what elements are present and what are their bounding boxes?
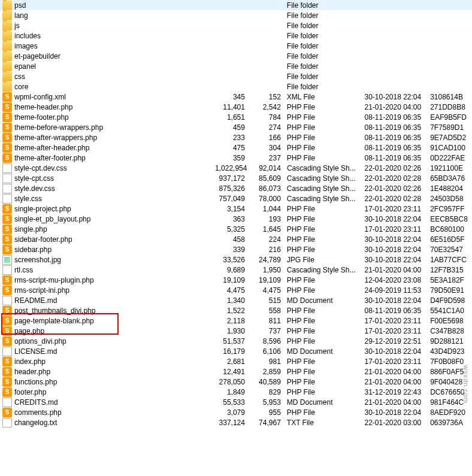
md-icon xyxy=(2,296,12,305)
file-modified: 30-10-2018 22:04 xyxy=(364,408,430,417)
file-type: PHP File xyxy=(287,357,365,366)
file-row[interactable]: Sfooter.php1,849829PHP File31-12-2019 22… xyxy=(0,387,472,397)
file-size: 875,326 xyxy=(215,184,251,193)
file-size: 55,533 xyxy=(215,398,251,407)
file-packed: 5,953 xyxy=(251,398,287,407)
file-row[interactable]: changelog.txt337,12474,967TXT File22-01-… xyxy=(0,417,472,428)
file-row[interactable]: style-cpt.css937,17285,609Cascading Styl… xyxy=(0,173,472,183)
file-row[interactable]: Sindex.php2,681981PHP File17-01-2020 23:… xyxy=(0,356,472,366)
file-row[interactable]: langFile folder xyxy=(0,10,472,20)
file-crc: 79D50E91 xyxy=(430,286,472,295)
file-size: 16,179 xyxy=(215,347,251,356)
file-crc: 6E516D5F xyxy=(430,235,472,244)
file-row[interactable]: epanelFile folder xyxy=(0,61,472,71)
file-row[interactable]: Stheme-footer.php1,651784PHP File08-11-2… xyxy=(0,112,472,122)
file-crc: EECB5BC8 xyxy=(430,215,472,223)
file-name: lang xyxy=(14,11,215,20)
folder-icon xyxy=(2,51,12,61)
md-icon xyxy=(2,398,12,407)
file-packed: 6,106 xyxy=(251,347,287,356)
file-row[interactable]: Sheader.php12,4912,859PHP File21-01-2020… xyxy=(0,366,472,377)
file-name: epanel xyxy=(14,62,215,71)
file-name: rtl.css xyxy=(14,266,215,274)
file-row[interactable]: cssFile folder xyxy=(0,71,472,81)
file-row[interactable]: screenshot.jpg33,52624,789JPG File30-10-… xyxy=(0,254,472,265)
file-crc: 9D288121 xyxy=(430,337,472,345)
file-packed: 1,044 xyxy=(251,205,287,213)
file-row[interactable]: README.md1,340515MD Document30-10-2018 2… xyxy=(0,295,472,305)
file-type: PHP File xyxy=(287,215,365,223)
sublime-icon: S xyxy=(2,336,12,346)
file-name: single-et_pb_layout.php xyxy=(14,215,215,223)
file-type: PHP File xyxy=(287,113,365,122)
file-row[interactable]: CREDITS.md55,5335,953MD Document21-01-20… xyxy=(0,397,472,407)
file-row[interactable]: Scomments.php3,079955PHP File30-10-2018 … xyxy=(0,407,472,417)
file-crc: 7F0B08F0 xyxy=(430,357,472,366)
file-size: 359 xyxy=(215,154,251,162)
file-size: 5,325 xyxy=(215,225,251,234)
file-name: theme-after-wrappers.php xyxy=(14,134,215,142)
file-row[interactable]: style-cpt.dev.css1,022,95492,014Cascadin… xyxy=(0,163,472,173)
file-name: theme-after-footer.php xyxy=(14,154,215,162)
file-row[interactable]: rtl.css9,6891,950Cascading Style Sh...21… xyxy=(0,265,472,275)
file-row[interactable]: psdFile folder xyxy=(0,0,472,10)
file-packed: 24,789 xyxy=(251,256,287,264)
file-modified: 12-04-2020 23:08 xyxy=(364,276,430,284)
file-row[interactable]: Spost_thumbnails_divi.php1,522558PHP Fil… xyxy=(0,305,472,316)
file-row[interactable]: Ssingle-project.php3,1541,044PHP File17-… xyxy=(0,204,472,214)
file-row[interactable]: Ssingle-et_pb_layout.php363193PHP File30… xyxy=(0,214,472,224)
file-row[interactable]: Srms-script-ini.php4,4754,475PHP File24-… xyxy=(0,285,472,295)
file-row[interactable]: style.css757,04978,000Cascading Style Sh… xyxy=(0,193,472,204)
file-name: options_divi.php xyxy=(14,337,215,345)
file-size: 1,522 xyxy=(215,307,251,315)
file-row[interactable]: Stheme-after-header.php475304PHP File08-… xyxy=(0,143,472,153)
file-crc: 70E32547 xyxy=(430,245,472,254)
file-row[interactable]: style.dev.css875,32686,073Cascading Styl… xyxy=(0,183,472,193)
file-crc: F00E5698 xyxy=(430,317,472,325)
file-row[interactable]: Spage.php1,930737PHP File17-01-2020 23:1… xyxy=(0,326,472,336)
file-size: 19,109 xyxy=(215,276,251,284)
file-row[interactable]: Stheme-before-wrappers.php459274PHP File… xyxy=(0,122,472,132)
file-row[interactable]: jsFile folder xyxy=(0,20,472,31)
file-row[interactable]: Sfunctions.php278,05040,589PHP File21-01… xyxy=(0,377,472,387)
file-row[interactable]: imagesFile folder xyxy=(0,41,472,51)
file-modified: 31-12-2019 22:43 xyxy=(364,388,430,396)
file-size: 1,849 xyxy=(215,388,251,396)
file-row[interactable]: et-pagebuilderFile folder xyxy=(0,51,472,61)
file-row[interactable]: Stheme-header.php11,4012,542PHP File21-0… xyxy=(0,102,472,112)
md-icon xyxy=(2,347,12,356)
file-row[interactable]: Stheme-after-footer.php359237PHP File08-… xyxy=(0,153,472,163)
file-row[interactable]: Soptions_divi.php51,5378,596PHP File29-1… xyxy=(0,336,472,346)
file-row[interactable]: includesFile folder xyxy=(0,31,472,41)
file-crc: 9E7AD5D2 xyxy=(430,134,472,142)
sublime-icon: S xyxy=(2,143,12,153)
file-name: functions.php xyxy=(14,378,215,386)
file-name: page.php xyxy=(14,327,215,335)
file-list: psdFile folderlangFile folderjsFile fold… xyxy=(0,0,472,428)
file-size: 3,079 xyxy=(215,408,251,417)
file-row[interactable]: Ssidebar-footer.php458224PHP File30-10-2… xyxy=(0,234,472,244)
file-row[interactable]: Ssidebar.php339216PHP File30-10-2018 22:… xyxy=(0,244,472,254)
file-modified: 22-01-2020 02:28 xyxy=(364,195,430,203)
sublime-icon: S xyxy=(2,275,12,285)
sublime-icon: S xyxy=(2,245,12,254)
file-row[interactable]: Srms-script-mu-plugin.php19,10919,109PHP… xyxy=(0,275,472,285)
file-row[interactable]: Swpml-config.xml345152XML File30-10-2018… xyxy=(0,92,472,102)
file-row[interactable]: coreFile folder xyxy=(0,81,472,92)
sublime-icon: S xyxy=(2,286,12,295)
sublime-icon: S xyxy=(2,133,12,143)
file-crc: 3108614B xyxy=(430,93,472,101)
file-type: Cascading Style Sh... xyxy=(287,195,365,203)
file-crc: EAF9B5FD xyxy=(430,113,472,122)
file-row[interactable]: Stheme-after-wrappers.php233166PHP File0… xyxy=(0,132,472,143)
file-packed: 515 xyxy=(251,296,287,305)
sublime-icon: S xyxy=(2,92,12,102)
file-crc: 1E488204 xyxy=(430,184,472,193)
file-size: 363 xyxy=(215,215,251,223)
file-row[interactable]: Ssingle.php5,3251,645PHP File17-01-2020 … xyxy=(0,224,472,234)
file-row[interactable]: LICENSE.md16,1796,106MD Document30-10-20… xyxy=(0,346,472,356)
file-type: TXT File xyxy=(287,419,365,427)
file-crc: BC680100 xyxy=(430,225,472,234)
file-modified: 21-01-2020 04:00 xyxy=(364,398,430,407)
file-row[interactable]: Spage-template-blank.php2,118811PHP File… xyxy=(0,316,472,326)
